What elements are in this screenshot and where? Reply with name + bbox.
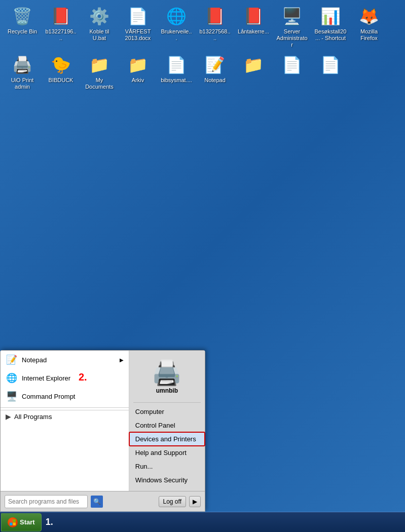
menu-right-top: 🖨️ umnbib	[129, 355, 205, 400]
menu-right-item-windows-security[interactable]: Windows Security	[129, 473, 205, 487]
desktop-icon-bruker[interactable]: 🌐 Brukerveile...	[158, 4, 195, 51]
all-programs-bar[interactable]: ▶ All Programs	[1, 410, 129, 423]
menu-right-items: ComputerControl PanelDevices and Printer…	[129, 405, 205, 487]
desktop-icon-pdf1[interactable]: 📕 b13227196....	[43, 4, 79, 51]
menu-item-command-prompt[interactable]: 🖥️ Command Prompt	[1, 387, 129, 405]
icon-image-my-docs: 📁	[89, 55, 109, 75]
desktop-icon-koble[interactable]: ⚙️ Koble til U.bat	[81, 4, 118, 51]
icon-image-arkiv: 📁	[128, 55, 148, 75]
desktop-icons-area: 🗑️ Recycle Bin 📕 b13227196.... ⚙️ Koble …	[0, 0, 405, 96]
menu-right-item-control-panel[interactable]: Control Panel	[129, 419, 205, 432]
icon-label-koble: Koble til U.bat	[83, 28, 116, 42]
shutdown-arrow-button[interactable]: ▶	[189, 496, 201, 507]
step1-annotation: 1.	[46, 517, 53, 527]
all-programs-icon: ▶	[6, 412, 11, 421]
icon-label-notepad: Notepad	[204, 77, 226, 84]
menu-item-arrow-notepad: ▶	[120, 357, 124, 363]
desktop-icon-recycle-bin[interactable]: 🗑️ Recycle Bin	[4, 4, 41, 51]
icon-image-pdf1: 📕	[51, 6, 71, 26]
menu-bottom-bar: 🔍 Log off ▶	[1, 491, 205, 511]
icon-image-notepad: 📝	[205, 55, 225, 75]
desktop-icon-arkiv[interactable]: 📁 Arkiv	[120, 53, 156, 92]
icon-image-server-admin: 🖥️	[282, 6, 302, 26]
menu-separator	[1, 407, 129, 408]
menu-item-internet-explorer[interactable]: 🌐 Internet Explorer	[1, 369, 129, 387]
start-menu-body: 📝 Notepad ▶ 🌐 Internet Explorer 🖥️ Comma…	[1, 351, 205, 491]
icon-image-koble: ⚙️	[89, 6, 109, 26]
icon-label-server-admin: Server Administrator	[276, 28, 308, 49]
menu-right-item-devices-printers[interactable]: Devices and Printers	[129, 432, 205, 446]
menu-item-label-notepad: Notepad	[22, 356, 47, 364]
desktop-icon-uio-print[interactable]: 🖨️ UiO Print admin	[4, 53, 41, 92]
menu-item-label-command-prompt: Command Prompt	[22, 393, 75, 400]
icon-image-pdf2: 📕	[205, 6, 225, 26]
start-button[interactable]: Start	[1, 513, 42, 531]
icon-label-arkiv: Arkiv	[132, 77, 144, 84]
icon-image-bibsysmat: 📄	[166, 55, 187, 75]
start-label: Start	[20, 518, 35, 526]
menu-item-notepad[interactable]: 📝 Notepad ▶	[1, 351, 129, 369]
username-label: umnbib	[156, 387, 178, 394]
icon-image-icon-partial3: 📄	[320, 55, 341, 75]
icon-label-pdf2: b13227568....	[199, 28, 231, 42]
menu-item-icon-notepad: 📝	[6, 354, 18, 366]
menu-right-item-run[interactable]: Run...	[129, 460, 205, 473]
svg-rect-0	[10, 519, 13, 522]
icon-label-bibduck: BIBDUCK	[49, 77, 73, 84]
svg-rect-3	[13, 522, 16, 525]
desktop-icon-varfest[interactable]: 📄 VÅRFEST 2013.docx	[120, 4, 156, 51]
icon-image-bruker: 🌐	[166, 6, 187, 26]
svg-rect-2	[10, 522, 13, 525]
desktop-icon-notepad[interactable]: 📝 Notepad	[197, 53, 233, 92]
menu-item-label-internet-explorer: Internet Explorer	[22, 374, 70, 382]
menu-right-panel: 🖨️ umnbib ComputerControl PanelDevices a…	[129, 351, 205, 491]
icon-image-firefox: 🦊	[359, 6, 379, 26]
menu-right-item-help-support[interactable]: Help and Support	[129, 446, 205, 460]
desktop-icon-icon-partial2[interactable]: 📄	[274, 53, 310, 92]
icon-label-besok: Besøkstall20... - Shortcut	[314, 28, 347, 42]
search-button[interactable]: 🔍	[91, 496, 103, 508]
desktop-icon-besok[interactable]: 📊 Besøkstall20... - Shortcut	[312, 4, 349, 51]
start-menu: 📝 Notepad ▶ 🌐 Internet Explorer 🖥️ Comma…	[0, 350, 205, 512]
icon-label-varfest: VÅRFEST 2013.docx	[122, 28, 154, 42]
windows-logo-icon	[9, 519, 16, 526]
desktop-icon-firefox[interactable]: 🦊 Mozilla Firefox	[351, 4, 387, 51]
start-orb	[8, 517, 18, 527]
icon-label-recycle-bin: Recycle Bin	[8, 28, 37, 35]
icon-image-laan: 📕	[243, 6, 264, 26]
icon-label-bruker: Brukerveile...	[160, 28, 193, 42]
search-input[interactable]	[5, 495, 88, 508]
icon-label-my-docs: My Documents	[83, 77, 116, 90]
all-programs-label[interactable]: All Programs	[14, 413, 52, 421]
menu-left-panel: 📝 Notepad ▶ 🌐 Internet Explorer 🖥️ Comma…	[1, 351, 129, 491]
menu-item-icon-command-prompt: 🖥️	[6, 390, 18, 402]
icon-label-pdf1: b13227196....	[45, 28, 77, 42]
icon-image-icon-partial2: 📄	[282, 55, 302, 75]
user-icon: 🖨️	[152, 361, 182, 385]
menu-right-item-computer[interactable]: Computer	[129, 405, 205, 419]
icon-image-icon-partial1: 📁	[243, 55, 264, 75]
desktop-icon-bibduck[interactable]: 🐤 BIBDUCK	[43, 53, 79, 92]
icon-label-bibsysmat: bibsysmat....	[161, 77, 192, 84]
step2-annotation: 2.	[79, 371, 87, 383]
taskbar: Start 1.	[0, 512, 405, 532]
desktop-icon-pdf2[interactable]: 📕 b13227568....	[197, 4, 233, 51]
menu-left-items: 📝 Notepad ▶ 🌐 Internet Explorer 🖥️ Comma…	[1, 351, 129, 405]
icon-label-firefox: Mozilla Firefox	[353, 28, 385, 42]
icon-image-uio-print: 🖨️	[12, 55, 32, 75]
icon-image-besok: 📊	[320, 6, 341, 26]
svg-rect-1	[13, 519, 16, 522]
desktop-icon-icon-partial3[interactable]: 📄	[312, 53, 349, 92]
desktop-icon-my-docs[interactable]: 📁 My Documents	[81, 53, 118, 92]
desktop-icon-server-admin[interactable]: 🖥️ Server Administrator	[274, 4, 310, 51]
logoff-button[interactable]: Log off	[159, 496, 186, 507]
icon-label-laan: Låntakerre...	[238, 28, 269, 35]
icon-image-varfest: 📄	[128, 6, 148, 26]
icon-label-uio-print: UiO Print admin	[6, 77, 39, 90]
desktop-icon-icon-partial1[interactable]: 📁	[235, 53, 272, 92]
menu-item-icon-internet-explorer: 🌐	[6, 372, 18, 384]
icon-image-recycle-bin: 🗑️	[12, 6, 32, 26]
desktop-icon-laan[interactable]: 📕 Låntakerre...	[235, 4, 272, 51]
icon-image-bibduck: 🐤	[51, 55, 71, 75]
desktop-icon-bibsysmat[interactable]: 📄 bibsysmat....	[158, 53, 195, 92]
